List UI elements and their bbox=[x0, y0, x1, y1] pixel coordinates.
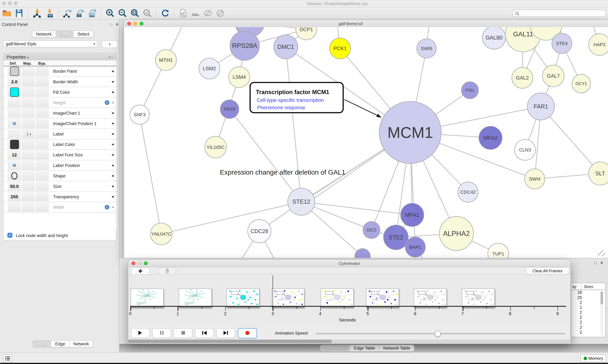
memory-button[interactable]: Memory bbox=[580, 354, 606, 362]
style-options-button[interactable]: ▾ bbox=[102, 40, 118, 48]
mapping-cell[interactable] bbox=[22, 119, 35, 128]
node-LSM4[interactable]: LSM4 bbox=[229, 66, 250, 87]
expand-arrow-icon[interactable]: ◀ bbox=[111, 206, 113, 209]
default-value-cell[interactable]: 12 bbox=[8, 150, 21, 159]
node-MTH1[interactable]: MTH1 bbox=[155, 50, 176, 70]
default-value-cell[interactable]: 255 bbox=[8, 192, 21, 201]
style-selector[interactable]: galFiltered Style ▾ bbox=[3, 40, 98, 47]
zoom-selected-button[interactable] bbox=[142, 8, 153, 19]
mapping-cell[interactable] bbox=[22, 77, 35, 86]
mapping-cell[interactable] bbox=[22, 161, 35, 170]
mapping-cell[interactable] bbox=[22, 108, 35, 118]
playhead[interactable] bbox=[273, 275, 273, 306]
float-icon[interactable]: □ bbox=[594, 261, 596, 265]
tab-style[interactable]: Style bbox=[56, 31, 73, 37]
tab-select[interactable]: Select bbox=[74, 31, 93, 37]
bypass-cell[interactable] bbox=[36, 77, 49, 86]
node-SWI5[interactable]: SWI5 bbox=[417, 39, 436, 58]
edge[interactable] bbox=[230, 109, 301, 202]
default-value-cell[interactable]: 50.0 bbox=[8, 182, 21, 191]
node-GAL2[interactable]: GAL2 bbox=[512, 67, 533, 88]
node-SWI4[interactable]: SWI4 bbox=[525, 169, 545, 189]
bypass-cell[interactable] bbox=[36, 87, 49, 97]
timeline-scrollbar-thumb[interactable] bbox=[128, 340, 332, 343]
node-table-header[interactable]: ity Stres bbox=[571, 283, 605, 290]
speed-slider-handle[interactable] bbox=[435, 331, 441, 337]
expand-arrow-icon[interactable]: ◀ bbox=[111, 122, 113, 125]
expand-arrow-icon[interactable]: ◀ bbox=[111, 101, 113, 104]
node-STE2[interactable]: STE2 bbox=[384, 225, 408, 250]
node-CDC28[interactable]: CDC28 bbox=[248, 220, 271, 243]
close-icon[interactable]: ✕ bbox=[600, 261, 603, 265]
default-value-cell[interactable] bbox=[8, 161, 21, 170]
node-NODE2[interactable] bbox=[355, 248, 370, 258]
expand-arrow-icon[interactable]: ◀ bbox=[111, 70, 113, 73]
edge[interactable] bbox=[286, 47, 301, 202]
export-table-button[interactable] bbox=[74, 8, 85, 19]
tab-node-table[interactable]: Node Table bbox=[320, 345, 350, 351]
zoom-fit-button[interactable] bbox=[129, 8, 140, 19]
node-HAP2[interactable]: HAP2 bbox=[589, 34, 608, 55]
mapping-cell[interactable]: ⋮› bbox=[22, 129, 35, 139]
export-network-button[interactable] bbox=[62, 8, 73, 19]
clear-all-frames-button[interactable]: Clear All Frames bbox=[526, 267, 569, 274]
export-image-button[interactable] bbox=[87, 8, 98, 19]
bypass-cell[interactable] bbox=[36, 66, 49, 76]
bypass-cell[interactable] bbox=[36, 182, 49, 191]
bypass-cell[interactable] bbox=[36, 150, 49, 159]
bypass-cell[interactable] bbox=[36, 203, 49, 212]
mapping-cell[interactable] bbox=[22, 203, 35, 212]
add-frame-button[interactable] bbox=[131, 268, 150, 274]
frame-thumbnail-6[interactable] bbox=[414, 288, 447, 308]
bypass-cell[interactable] bbox=[36, 129, 49, 139]
show-details-button[interactable] bbox=[215, 8, 226, 19]
default-value-cell[interactable] bbox=[8, 119, 21, 128]
edge[interactable] bbox=[161, 202, 301, 234]
network-file-button[interactable] bbox=[178, 8, 189, 19]
cyanimator-titlebar[interactable]: CyAnimator bbox=[128, 260, 570, 267]
node-RPS28A[interactable]: RPS28A bbox=[230, 31, 259, 60]
node-CDC42[interactable]: CDC42 bbox=[458, 182, 478, 202]
node-DCP1[interactable]: DCP1 bbox=[296, 27, 317, 40]
task-history-button[interactable] bbox=[3, 354, 12, 362]
node-SNF3[interactable]: SNF3 bbox=[130, 105, 149, 124]
mapping-cell[interactable] bbox=[22, 171, 35, 181]
expand-arrow-icon[interactable]: ◀ bbox=[111, 153, 113, 156]
zoom-in-button[interactable] bbox=[105, 8, 116, 19]
skip-end-button[interactable] bbox=[216, 328, 235, 338]
import-table-button[interactable] bbox=[44, 8, 55, 19]
expand-arrow-icon[interactable]: ◀ bbox=[111, 111, 113, 115]
play-button[interactable] bbox=[131, 328, 150, 338]
node-YNL047C[interactable]: YNL047C bbox=[151, 223, 172, 245]
expand-arrow-icon[interactable]: ◀ bbox=[111, 143, 113, 146]
refresh-layout-button[interactable] bbox=[160, 8, 171, 19]
network-window-titlebar[interactable]: galFiltered.sif bbox=[124, 20, 608, 27]
default-value-cell[interactable] bbox=[8, 108, 21, 118]
zoom-out-button[interactable] bbox=[117, 8, 128, 19]
frame-thumbnail-4[interactable] bbox=[321, 288, 354, 308]
node-GCY1[interactable]: GCY1 bbox=[572, 74, 591, 93]
stop-button[interactable] bbox=[174, 328, 192, 338]
bypass-cell[interactable] bbox=[36, 171, 49, 181]
default-value-cell[interactable] bbox=[8, 98, 21, 107]
frame-thumbnail-0[interactable] bbox=[131, 288, 164, 308]
tab-edge[interactable]: Edge bbox=[51, 341, 69, 347]
frame-thumbnail-2[interactable] bbox=[226, 288, 259, 308]
node-GAL7[interactable]: GAL7 bbox=[542, 65, 564, 87]
node-GAL80[interactable]: GAL80 bbox=[483, 27, 506, 49]
properties-header[interactable]: Properties ▾ » « bbox=[3, 53, 117, 61]
tab-network-table[interactable]: Network Table bbox=[379, 345, 414, 351]
tab-node[interactable]: Node bbox=[33, 341, 51, 347]
bypass-cell[interactable] bbox=[36, 119, 49, 128]
import-network-button[interactable] bbox=[32, 8, 43, 19]
default-value-cell[interactable] bbox=[8, 140, 21, 149]
expand-arrow-icon[interactable]: ◀ bbox=[111, 164, 113, 167]
tab-network[interactable]: Network bbox=[32, 31, 56, 37]
hide-details-button[interactable] bbox=[202, 8, 213, 19]
annotation-box[interactable]: Transcription factor MCM1Cell-type-speci… bbox=[250, 83, 382, 118]
node-PIS1[interactable]: PIS1 bbox=[461, 82, 479, 99]
expand-arrow-icon[interactable]: ◀ bbox=[111, 195, 113, 198]
node-PDC5[interactable]: PDC5 bbox=[220, 100, 239, 118]
node-MFA2[interactable]: MFA2 bbox=[479, 126, 502, 149]
expand-arrow-icon[interactable]: ◀ bbox=[111, 91, 113, 94]
